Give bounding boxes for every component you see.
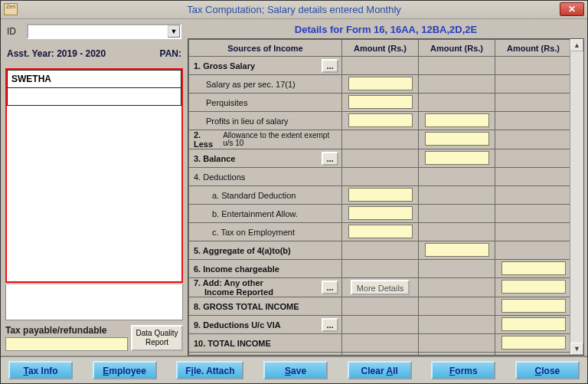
more-details-button[interactable]: More Details <box>351 280 410 295</box>
col-sources: Sources of Income <box>189 40 342 57</box>
input-deductions-via[interactable] <box>501 317 566 331</box>
input-less-allowance[interactable] <box>425 132 489 146</box>
label-entertainment-allow: b. Entertainment Allow. <box>189 205 342 223</box>
left-pane: ID ▼ Asst. Year: 2019 - 2020 PAN: SWETHA <box>1 19 188 356</box>
col-amount-3: Amount (Rs.) <box>495 40 570 57</box>
row-profits-lieu: Profits in lieu of salary <box>189 112 570 130</box>
window-close-button[interactable]: ✕ <box>560 2 584 16</box>
input-add-other-income[interactable] <box>501 280 566 294</box>
id-input[interactable] <box>27 24 181 39</box>
tax-payable-label: Tax payable/refundable <box>5 325 128 336</box>
input-salary-17-1[interactable] <box>348 77 413 90</box>
label-std-deduction: a. Standard Deduction <box>189 186 342 205</box>
list-item[interactable]: SWETHA <box>8 71 181 88</box>
list-item[interactable] <box>8 88 181 106</box>
data-quality-report-button[interactable]: Data Quality Report <box>131 325 183 351</box>
left-spacer <box>5 284 183 320</box>
income-grid: Sources of Income Amount (Rs.) Amount (R… <box>188 39 570 355</box>
label-add-other-2: Income Reported <box>204 287 273 297</box>
chevron-down-icon: ▼ <box>573 345 580 353</box>
readonly-income-chargeable <box>501 261 566 275</box>
label-tax-employment: c. Tax on Employment <box>189 223 342 241</box>
label-total-not-rounded: 10. Total Income(NOT rounded off) <box>189 353 342 356</box>
app-window: Zen Tax Computation; Salary details ente… <box>0 0 588 384</box>
readonly-profits-lieu-total <box>425 113 489 127</box>
row-deductions: 4. Deductions <box>189 168 570 186</box>
balance-details-button[interactable]: ... <box>322 152 338 166</box>
bottom-toolbar: Tax Info Employee File. Attach Save Clea… <box>1 356 587 383</box>
vertical-scrollbar[interactable]: ▲ ▼ <box>570 39 583 355</box>
row-deductions-via: 9. Deductions U/c VIA... <box>189 316 570 334</box>
label-less-sub: Allowance to the extent exempt u/s 10 <box>223 132 341 147</box>
row-tax-employment: c. Tax on Employment <box>189 223 570 241</box>
asst-year-label: Asst. Year: 2019 - 2020 <box>7 48 106 59</box>
id-dropdown-button[interactable]: ▼ <box>168 25 180 38</box>
clear-all-button[interactable]: Clear All <box>348 361 412 379</box>
grid-header-row: Sources of Income Amount (Rs.) Amount (R… <box>189 40 570 57</box>
label-balance: 3. Balance <box>194 154 235 163</box>
row-balance: 3. Balance... <box>189 149 570 168</box>
form-title: Details for Form 16, 16AA, 12BA,2D,2E <box>188 22 584 38</box>
right-pane: Details for Form 16, 16AA, 12BA,2D,2E So… <box>188 19 587 356</box>
label-income-chargeable: 6. Income chargeable <box>189 260 342 278</box>
input-entertainment-allow[interactable] <box>348 206 413 220</box>
titlebar: Zen Tax Computation; Salary details ente… <box>1 1 587 19</box>
label-gross-salary: 1. Gross Salary <box>194 61 255 71</box>
label-perquisites: Perquisites <box>189 94 342 112</box>
gross-salary-details-button[interactable]: ... <box>322 59 338 73</box>
row-add-other-income: 7. Add: Any otherIncome Reported... More… <box>189 278 570 297</box>
id-label: ID <box>7 26 22 37</box>
id-field: ▼ <box>27 24 181 39</box>
tax-payable-value <box>5 337 128 351</box>
list-item-name: SWETHA <box>8 71 181 88</box>
close-button[interactable]: Close <box>515 361 580 379</box>
label-add-other-1: 7. Add: Any other <box>194 278 263 287</box>
row-entertainment-allow: b. Entertainment Allow. <box>189 205 570 223</box>
window-title: Tax Computation; Salary details entered … <box>187 4 401 15</box>
row-perquisites: Perquisites <box>189 94 570 112</box>
col-amount-2: Amount (Rs.) <box>419 40 495 57</box>
readonly-balance <box>425 151 489 165</box>
row-income-chargeable: 6. Income chargeable <box>189 260 570 278</box>
add-other-details-button[interactable]: ... <box>322 281 338 294</box>
employee-button[interactable]: Employee <box>93 361 157 379</box>
deductions-via-details-button[interactable]: ... <box>322 318 338 332</box>
row-total-not-rounded: 10. Total Income(NOT rounded off) <box>189 353 570 356</box>
id-row: ID ▼ <box>4 24 185 44</box>
readonly-aggregate <box>425 243 489 257</box>
readonly-total-income <box>501 336 566 350</box>
label-total-income: 10. TOTAL INCOME <box>189 334 342 353</box>
label-less: 2. Less <box>194 130 220 149</box>
tax-payable-row: Tax payable/refundable Data Quality Repo… <box>4 323 185 353</box>
scroll-up-button[interactable]: ▲ <box>570 39 583 51</box>
label-aggregate: 5. Aggregate of 4(a)to(b) <box>189 241 342 260</box>
label-profits-lieu: Profits in lieu of salary <box>189 112 342 130</box>
file-attach-button[interactable]: File. Attach <box>176 361 243 379</box>
chevron-down-icon: ▼ <box>171 28 178 35</box>
grid-wrap: Sources of Income Amount (Rs.) Amount (R… <box>188 38 584 356</box>
input-perquisites[interactable] <box>348 95 413 109</box>
assessment-year-row: Asst. Year: 2019 - 2020 PAN: <box>4 44 185 64</box>
row-std-deduction: a. Standard Deduction <box>189 186 570 205</box>
row-gross-total-income: 8. GROSS TOTAL INCOME <box>189 297 570 316</box>
col-amount-1: Amount (Rs.) <box>342 40 419 57</box>
app-logo-icon: Zen <box>4 3 18 15</box>
content-area: ID ▼ Asst. Year: 2019 - 2020 PAN: SWETHA <box>1 19 587 356</box>
label-gti: 8. GROSS TOTAL INCOME <box>189 297 342 316</box>
label-salary-17-1: Salary as per sec. 17(1) <box>189 75 342 94</box>
save-button[interactable]: Save <box>263 361 328 379</box>
tax-info-button[interactable]: Tax Info <box>8 361 73 379</box>
employee-list[interactable]: SWETHA <box>5 68 183 283</box>
grid-scroll: Sources of Income Amount (Rs.) Amount (R… <box>188 39 570 355</box>
close-icon: ✕ <box>568 4 576 15</box>
forms-button[interactable]: Forms <box>431 361 495 379</box>
input-profits-lieu[interactable] <box>348 113 413 127</box>
input-tax-employment[interactable] <box>348 225 413 238</box>
input-std-deduction[interactable] <box>348 188 413 202</box>
label-ded-via: 9. Deductions U/c VIA <box>194 320 281 330</box>
chevron-up-icon: ▲ <box>573 41 580 49</box>
row-aggregate: 5. Aggregate of 4(a)to(b) <box>189 241 570 260</box>
scroll-down-button[interactable]: ▼ <box>570 343 583 355</box>
row-gross-salary: 1. Gross Salary... <box>189 57 570 75</box>
label-deductions: 4. Deductions <box>189 168 342 186</box>
